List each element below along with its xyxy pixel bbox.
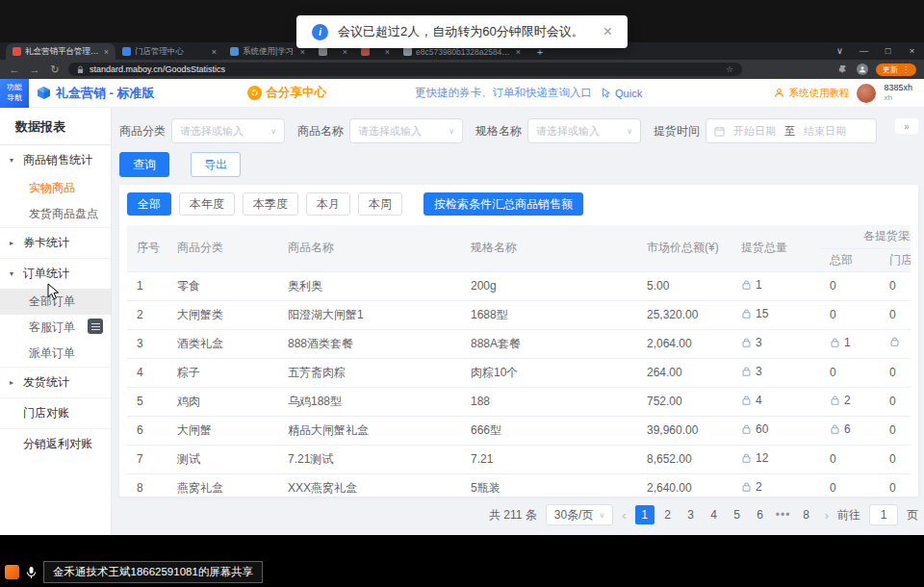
sidebar-item[interactable]: 实物商品 xyxy=(0,175,111,201)
tab-close-icon[interactable]: × xyxy=(212,47,217,57)
quick-tab[interactable]: 本季度 xyxy=(243,192,298,216)
date-range-picker[interactable]: 开始日期 至 结束日期 xyxy=(706,118,877,143)
qty-wrap: 0 xyxy=(830,308,836,321)
maximize-icon[interactable]: □ xyxy=(876,42,900,60)
summary-button[interactable]: 按检索条件汇总商品销售额 xyxy=(424,192,583,216)
page-number[interactable]: 8 xyxy=(797,505,816,524)
quick-tab[interactable]: 全部 xyxy=(127,192,171,216)
pickup-icon xyxy=(741,424,752,435)
tab-close-icon[interactable]: × xyxy=(104,47,109,57)
tutorial-label: 系统使用教程 xyxy=(788,87,849,100)
count-value: 1 xyxy=(756,278,762,292)
tab-close-icon[interactable]: × xyxy=(385,47,390,57)
pickup-icon xyxy=(830,424,840,435)
count-value: 2 xyxy=(756,480,762,494)
column-header-pickup-total: 提货总量 xyxy=(732,225,820,271)
promo-link[interactable]: 更快捷的券卡、订单和快递查询入口 xyxy=(415,86,592,100)
cell-name: 乌鸡188型 xyxy=(278,387,461,416)
filter-select[interactable]: 请选择或输入∨ xyxy=(527,118,641,143)
pickup-icon xyxy=(741,367,752,377)
tutorial-link[interactable]: 系统使用教程 xyxy=(774,87,849,100)
sidebar-group[interactable]: ▾商品销售统计 xyxy=(0,145,111,175)
page-number[interactable]: 3 xyxy=(681,505,701,524)
cell-spec: 肉粽10个 xyxy=(461,358,637,387)
next-page-icon[interactable]: › xyxy=(825,508,829,523)
bookmark-star-icon[interactable]: ☆ xyxy=(726,64,733,74)
goto-page-input[interactable] xyxy=(869,504,898,525)
sidebar-group[interactable]: ▸券卡统计 xyxy=(0,228,111,258)
filter-select[interactable]: 请选择或输入∨ xyxy=(349,118,463,143)
person-icon xyxy=(859,65,866,73)
cell-category: 大闸蟹 xyxy=(167,416,278,445)
sidebar-item[interactable]: 派单订单 xyxy=(0,341,111,367)
cell-category: 测试 xyxy=(167,445,278,473)
share-center-link[interactable]: 合分享中心 xyxy=(247,85,327,101)
browser-tab[interactable]: 门店管理中心× xyxy=(116,43,223,60)
minimize-icon[interactable]: — xyxy=(852,42,876,60)
chrome-update-button[interactable]: 更新 ⋮ xyxy=(876,64,916,76)
cell-name: 精品大闸蟹礼盒 xyxy=(278,416,461,445)
browser-profile-avatar[interactable] xyxy=(857,64,868,75)
page-number[interactable]: 4 xyxy=(705,505,724,524)
page-number[interactable]: 1 xyxy=(635,505,654,524)
forward-icon[interactable]: → xyxy=(28,60,41,79)
meeting-app-icon[interactable] xyxy=(5,565,19,579)
sidebar-collapse-handle[interactable] xyxy=(88,319,103,334)
cell-serial: 3 xyxy=(127,329,167,358)
cell-pickup-total: 15 xyxy=(732,300,820,329)
cell-pickup-total: 3 xyxy=(732,358,820,387)
page-number[interactable]: 5 xyxy=(728,505,747,524)
qty-wrap: 2 xyxy=(830,394,851,407)
user-avatar[interactable] xyxy=(857,84,876,103)
tab-close-icon[interactable]: × xyxy=(300,47,305,57)
count-value: 1 xyxy=(844,336,851,349)
brand: 礼盒营销 - 标准版 xyxy=(37,85,155,102)
quick-link[interactable]: Quick xyxy=(602,88,642,99)
pickup-icon xyxy=(830,338,840,348)
page-size-select[interactable]: 30条/页 ∨ xyxy=(546,504,614,525)
refresh-icon[interactable]: ↻ xyxy=(48,60,62,79)
qty-wrap: 15 xyxy=(741,307,768,320)
sidebar-group[interactable]: 门店对账 xyxy=(0,398,111,428)
back-icon[interactable]: ← xyxy=(8,60,21,79)
quick-tab[interactable]: 本周 xyxy=(358,192,402,216)
qty-wrap: 3 xyxy=(741,365,762,378)
prev-page-icon[interactable]: ‹ xyxy=(622,508,626,523)
chevron-icon: ▾ xyxy=(10,156,17,165)
chevron-down-icon[interactable]: ∨ xyxy=(828,42,852,60)
function-nav-button[interactable]: 功能导航 xyxy=(0,79,29,108)
toast-message: 会议已超过2人，自动转为60分钟限时会议。 xyxy=(338,23,584,40)
cell-hq-count: 0 xyxy=(820,300,880,329)
count-value: 60 xyxy=(756,422,768,436)
sidebar-group[interactable]: 分销返利对账 xyxy=(0,429,111,459)
quick-tab[interactable]: 本月 xyxy=(306,192,350,216)
quick-tab[interactable]: 本年度 xyxy=(179,192,235,216)
microphone-icon[interactable] xyxy=(25,566,38,579)
address-bar[interactable]: standard.maboy.cn/GoodsStatistics ☆ xyxy=(68,63,742,76)
search-button[interactable]: 查询 xyxy=(119,152,169,177)
panel-collapse-button[interactable]: » xyxy=(895,118,918,134)
qty-wrap: 0 xyxy=(889,366,896,379)
cell-serial: 5 xyxy=(127,387,167,416)
cell-category: 鸡肉 xyxy=(167,387,278,416)
page-number[interactable]: 2 xyxy=(658,505,678,524)
close-icon[interactable]: × xyxy=(603,23,612,40)
page-number[interactable]: 6 xyxy=(751,505,770,524)
sidebar-item[interactable]: 发货商品盘点 xyxy=(0,201,111,227)
cell-spec: 888A套餐 xyxy=(461,329,637,358)
sidebar-group[interactable]: ▸发货统计 xyxy=(0,368,111,397)
chevron-down-icon: ∨ xyxy=(270,127,276,136)
export-button[interactable]: 导出 xyxy=(191,152,241,177)
filter-select[interactable]: 请选择或输入∨ xyxy=(171,118,285,143)
cell-amount: 5.00 xyxy=(637,271,732,300)
browser-tab[interactable]: 礼盒营销平台管理中心× xyxy=(6,43,116,60)
cell-hq-count: 6 xyxy=(820,416,880,445)
extensions-icon[interactable] xyxy=(838,64,849,75)
goods-statistics-table: 序号 商品分类 商品名称 规格名称 市场价总额(¥) 提货总量 各提货渠道 总部 xyxy=(127,225,911,497)
window-close-icon[interactable]: × xyxy=(900,42,924,60)
tab-close-icon[interactable]: × xyxy=(343,47,347,57)
qty-wrap: 0 xyxy=(830,366,836,379)
brand-title: 礼盒营销 - 标准版 xyxy=(56,85,155,102)
cell-serial: 2 xyxy=(127,300,167,329)
tab-close-icon[interactable]: × xyxy=(516,47,521,57)
